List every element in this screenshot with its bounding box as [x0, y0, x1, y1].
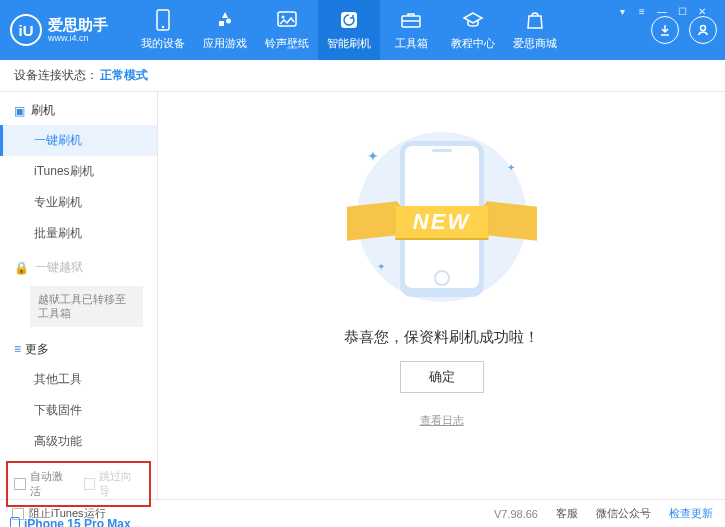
nav-label: 我的设备 — [141, 36, 185, 51]
block-itunes-checkbox[interactable]: 阻止iTunes运行 — [12, 506, 106, 521]
app-logo: iU 爱思助手 www.i4.cn — [10, 14, 108, 46]
image-icon — [276, 9, 298, 31]
menu-icon[interactable]: ▾ — [613, 4, 631, 18]
sidebar-item-oneclick-flash[interactable]: 一键刷机 — [0, 125, 157, 156]
version-label: V7.98.66 — [494, 508, 538, 520]
bag-icon — [524, 9, 546, 31]
sidebar-item-batch-flash[interactable]: 批量刷机 — [0, 218, 157, 249]
sidebar-item-advanced[interactable]: 高级功能 — [0, 426, 157, 457]
svg-point-6 — [701, 26, 706, 31]
nav-my-device[interactable]: 我的设备 — [132, 0, 194, 60]
sidebar-item-download-firmware[interactable]: 下载固件 — [0, 395, 157, 426]
more-icon: ≡ — [14, 342, 19, 356]
minimize-icon[interactable]: — — [653, 4, 671, 18]
app-subtitle: www.i4.cn — [48, 33, 108, 43]
skip-guide-checkbox[interactable]: 跳过向导 — [84, 469, 144, 499]
nav-label: 工具箱 — [395, 36, 428, 51]
nav-tutorial[interactable]: 教程中心 — [442, 0, 504, 60]
nav-label: 应用游戏 — [203, 36, 247, 51]
app-title: 爱思助手 — [48, 16, 108, 33]
user-button[interactable] — [689, 16, 717, 44]
skip-guide-label: 跳过向导 — [99, 469, 143, 499]
auto-activate-checkbox[interactable]: 自动激活 — [14, 469, 74, 499]
new-ribbon: NEW — [395, 206, 488, 238]
sidebar-group-jailbreak: 🔒 一键越狱 — [0, 249, 157, 282]
nav-label: 教程中心 — [451, 36, 495, 51]
sidebar: ▣ 刷机 一键刷机 iTunes刷机 专业刷机 批量刷机 🔒 一键越狱 越狱工具… — [0, 92, 158, 499]
maximize-icon[interactable]: ☐ — [673, 4, 691, 18]
options-highlight-box: 自动激活 跳过向导 — [6, 461, 151, 507]
graduation-icon — [462, 9, 484, 31]
nav-media[interactable]: 铃声壁纸 — [256, 0, 318, 60]
sparkle-icon: ✦ — [367, 148, 379, 164]
apps-icon — [214, 9, 236, 31]
auto-activate-label: 自动激活 — [30, 469, 74, 499]
sidebar-group-flash[interactable]: ▣ 刷机 — [0, 92, 157, 125]
status-value: 正常模式 — [100, 67, 148, 84]
svg-point-3 — [282, 16, 285, 19]
group-label: 更多 — [25, 341, 49, 358]
nav-label: 爱思商城 — [513, 36, 557, 51]
svg-point-1 — [162, 26, 164, 28]
close-icon[interactable]: ✕ — [693, 4, 711, 18]
nav-tools[interactable]: 工具箱 — [380, 0, 442, 60]
logo-badge-icon: iU — [10, 14, 42, 46]
refresh-icon — [338, 9, 360, 31]
view-log-link[interactable]: 查看日志 — [420, 413, 464, 428]
success-illustration: ✦ ✦ ✦ NEW — [347, 122, 537, 312]
ok-button[interactable]: 确定 — [400, 361, 484, 393]
footer-support-link[interactable]: 客服 — [556, 506, 578, 521]
device-icon — [10, 517, 20, 527]
title-bar: ▾ ≡ — ☐ ✕ iU 爱思助手 www.i4.cn 我的设备 应用游戏 铃声… — [0, 0, 725, 60]
nav-store[interactable]: 爱思商城 — [504, 0, 566, 60]
jailbreak-moved-note[interactable]: 越狱工具已转移至工具箱 — [30, 286, 143, 327]
header-actions — [651, 16, 717, 44]
connection-status-bar: 设备连接状态： 正常模式 — [0, 60, 725, 92]
window-controls: ▾ ≡ — ☐ ✕ — [613, 4, 711, 18]
sidebar-item-itunes-flash[interactable]: iTunes刷机 — [0, 156, 157, 187]
group-label: 一键越狱 — [35, 259, 83, 276]
nav-apps[interactable]: 应用游戏 — [194, 0, 256, 60]
success-message: 恭喜您，保资料刷机成功啦！ — [344, 328, 539, 347]
lock-icon: 🔒 — [14, 261, 29, 275]
footer-wechat-link[interactable]: 微信公众号 — [596, 506, 651, 521]
sidebar-item-pro-flash[interactable]: 专业刷机 — [0, 187, 157, 218]
flash-icon: ▣ — [14, 104, 25, 118]
block-itunes-label: 阻止iTunes运行 — [29, 506, 106, 521]
sidebar-group-more[interactable]: ≡ 更多 — [0, 331, 157, 364]
list-icon[interactable]: ≡ — [633, 4, 651, 18]
nav-flash[interactable]: 智能刷机 — [318, 0, 380, 60]
group-label: 刷机 — [31, 102, 55, 119]
nav-label: 铃声壁纸 — [265, 36, 309, 51]
sparkle-icon: ✦ — [507, 162, 515, 173]
main-content: ✦ ✦ ✦ NEW 恭喜您，保资料刷机成功啦！ 确定 查看日志 — [158, 92, 725, 499]
toolbox-icon — [400, 9, 422, 31]
top-nav: 我的设备 应用游戏 铃声壁纸 智能刷机 工具箱 教程中心 爱思商城 — [132, 0, 566, 60]
status-label: 设备连接状态： — [14, 67, 98, 84]
download-button[interactable] — [651, 16, 679, 44]
phone-icon — [152, 9, 174, 31]
sidebar-item-other-tools[interactable]: 其他工具 — [0, 364, 157, 395]
sparkle-icon: ✦ — [377, 261, 385, 272]
footer-update-link[interactable]: 检查更新 — [669, 506, 713, 521]
nav-label: 智能刷机 — [327, 36, 371, 51]
